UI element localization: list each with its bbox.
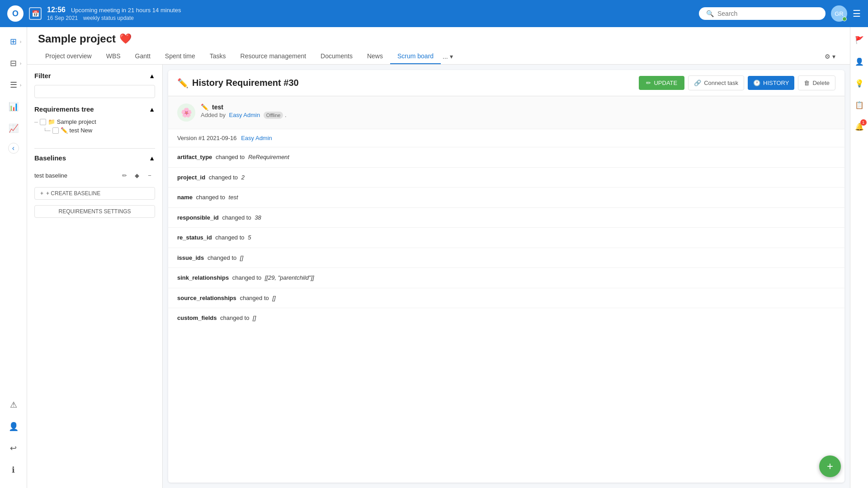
change-key: issue_ids xyxy=(177,254,204,261)
grid-icon: ⊞ xyxy=(10,37,17,47)
tree-label-sample[interactable]: Sample project xyxy=(57,118,96,125)
left-sidebar: ⊞ › ⊟ › ☰ › 📊 📈 ‹ ⚠ 👤 ↩ xyxy=(0,27,27,488)
tree-expand-icon[interactable]: ─ xyxy=(34,119,38,125)
right-notification-icon[interactable]: 🔔 1 xyxy=(852,119,867,134)
baselines-collapse-icon[interactable]: ▲ xyxy=(149,155,155,162)
tab-scrum-board[interactable]: Scrum board xyxy=(390,49,441,64)
right-flag-icon[interactable]: 🚩 xyxy=(852,33,867,47)
filter-input[interactable] xyxy=(34,85,155,98)
create-baseline-button[interactable]: + + CREATE BASELINE xyxy=(34,187,155,200)
logo[interactable]: O xyxy=(7,5,24,22)
tree-checkbox-sample[interactable] xyxy=(40,119,46,125)
author-name-row: ✏️ test xyxy=(201,103,287,111)
sidebar-bottom: ⚠ 👤 ↩ ℹ xyxy=(5,396,23,483)
change-key: project_id xyxy=(177,174,205,181)
sidebar-item-grid[interactable]: ⊞ › xyxy=(5,33,23,51)
tree-folder-icon: 📁 xyxy=(48,118,55,125)
tab-resource-management[interactable]: Resource management xyxy=(233,49,314,64)
add-user-icon: 👤 xyxy=(9,422,19,432)
filter-title: Filter xyxy=(34,72,51,80)
change-row-source-relationships: source_relationships changed to [] xyxy=(168,288,844,309)
plus-icon: + xyxy=(40,190,43,197)
change-key: name xyxy=(177,194,193,201)
req-tree-section-header[interactable]: Requirements tree ▲ xyxy=(34,105,155,113)
connect-task-button[interactable]: 🔗 Connect task xyxy=(688,75,744,90)
change-text: changed to xyxy=(220,314,249,321)
search-box[interactable]: 🔍 xyxy=(699,7,826,20)
change-text: changed to xyxy=(196,194,225,201)
change-value: [] xyxy=(272,295,275,301)
tab-gantt[interactable]: Gantt xyxy=(128,49,158,64)
sidebar-item-list[interactable]: ☰ › xyxy=(5,76,23,94)
favorite-heart-icon[interactable]: ❤️ xyxy=(119,33,132,45)
change-text: changed to xyxy=(232,274,261,281)
baseline-diamond-button[interactable]: ◆ xyxy=(132,170,142,181)
author-name-link[interactable]: Easy Admin xyxy=(229,112,260,118)
project-name: Sample project xyxy=(38,33,116,45)
avatar[interactable]: GR xyxy=(831,5,847,22)
delete-button[interactable]: 🗑 Delete xyxy=(798,75,835,90)
tab-project-overview[interactable]: Project overview xyxy=(38,49,99,64)
chart-bar-icon: 📊 xyxy=(9,102,19,112)
right-user-search-icon[interactable]: 👤 xyxy=(852,54,867,69)
calendar-icon[interactable]: 📅 xyxy=(29,7,42,20)
meeting-text: Upcoming meeting in 21 hours 14 minutes xyxy=(71,7,181,14)
list-icon: ☰ xyxy=(10,80,17,90)
filter-section-header[interactable]: Filter ▲ xyxy=(34,72,155,80)
change-text: changed to xyxy=(240,295,269,301)
right-sidebar: 🚩 👤 💡 📋 🔔 1 xyxy=(850,27,868,488)
requirements-tree: ─ 📁 Sample project └─ ✏️ test New xyxy=(34,118,155,136)
baseline-minus-button[interactable]: − xyxy=(144,170,155,181)
tab-spent-time[interactable]: Spent time xyxy=(158,49,203,64)
history-changes: artifact_type changed to ReRequirement p… xyxy=(168,147,844,328)
link-icon: 🔗 xyxy=(694,80,701,86)
right-task-list-icon[interactable]: 📋 xyxy=(852,98,867,112)
hamburger-menu[interactable]: ☰ xyxy=(853,8,861,19)
sidebar-item-info[interactable]: ℹ xyxy=(5,461,23,479)
project-settings-button[interactable]: ⚙ ▾ xyxy=(821,51,839,62)
sidebar-item-collapse[interactable]: ‹ xyxy=(8,143,19,154)
sidebar-item-chart-line[interactable]: 📈 xyxy=(5,119,23,137)
requirements-settings-button[interactable]: REQUIREMENTS SETTINGS xyxy=(34,205,155,218)
baselines-section-header[interactable]: Baselines ▲ xyxy=(34,154,155,162)
tree-item-test-new[interactable]: └─ ✏️ test New xyxy=(34,127,155,134)
baseline-edit-button[interactable]: ✏ xyxy=(119,170,130,181)
version-author-link[interactable]: Easy Admin xyxy=(241,135,272,141)
add-fab-button[interactable]: + xyxy=(819,455,841,477)
sidebar-item-logout[interactable]: ↩ xyxy=(5,439,23,457)
tree-label-test[interactable]: test New xyxy=(70,127,93,134)
delete-icon: 🗑 xyxy=(804,80,810,86)
tree-edit-icon: ✏️ xyxy=(61,127,68,134)
sidebar-item-add-user[interactable]: 👤 xyxy=(5,418,23,436)
tree-item-sample-project[interactable]: ─ 📁 Sample project xyxy=(34,118,155,125)
right-bulb-icon[interactable]: 💡 xyxy=(852,76,867,90)
tree-checkbox-test[interactable] xyxy=(52,127,59,134)
tab-wbs[interactable]: WBS xyxy=(99,49,128,64)
tab-documents[interactable]: Documents xyxy=(313,49,360,64)
req-tree-collapse-icon[interactable]: ▲ xyxy=(149,106,155,113)
search-input[interactable] xyxy=(717,10,818,17)
tab-tasks[interactable]: Tasks xyxy=(203,49,233,64)
change-value: 5 xyxy=(248,234,251,241)
author-avatar: 🌸 xyxy=(177,103,195,122)
req-settings-label: REQUIREMENTS SETTINGS xyxy=(58,208,131,215)
history-button[interactable]: 🕐 HISTORY xyxy=(748,76,794,90)
change-value: 38 xyxy=(255,214,261,221)
tabs-more-button[interactable]: ... ▾ xyxy=(441,49,455,64)
tab-news[interactable]: News xyxy=(360,49,390,64)
offline-badge: Offline xyxy=(264,112,283,119)
expand-icon: › xyxy=(20,39,22,44)
author-info: ✏️ test Added by Easy Admin Offline . xyxy=(201,103,287,118)
filter-collapse-icon[interactable]: ▲ xyxy=(149,72,155,80)
project-header: Sample project ❤️ Project overview WBS G… xyxy=(27,27,850,65)
sidebar-item-alert[interactable]: ⚠ xyxy=(5,396,23,414)
sidebar-item-chart-bar[interactable]: 📊 xyxy=(5,98,23,116)
tree-child-expand: └─ xyxy=(43,128,51,133)
project-tabs: Project overview WBS Gantt Spent time Ta… xyxy=(38,49,839,64)
sidebar-item-layout[interactable]: ⊟ › xyxy=(5,54,23,72)
added-by-text: Added by xyxy=(201,112,226,118)
change-row-sink-relationships: sink_relationships changed to [[29, "par… xyxy=(168,268,844,288)
collapse-icon: ‹ xyxy=(12,144,14,152)
chart-line-icon: 📈 xyxy=(9,123,19,133)
update-button[interactable]: ✏ UPDATE xyxy=(639,76,684,90)
